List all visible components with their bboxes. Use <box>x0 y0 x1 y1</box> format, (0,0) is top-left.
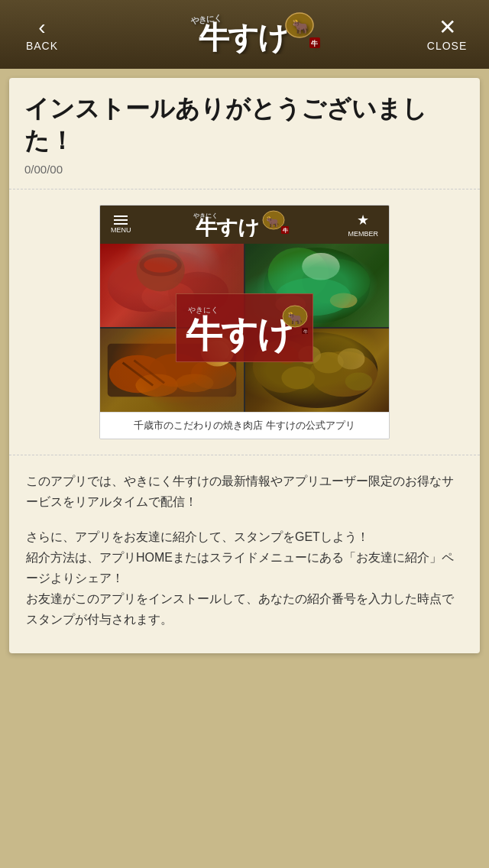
svg-point-31 <box>176 374 214 393</box>
svg-point-27 <box>109 355 167 394</box>
title-section: インストールありがとうございました！ 0/00/00 <box>9 78 480 189</box>
back-label: BACK <box>26 40 58 52</box>
overlay-logo-svg: やきにく 牛すけ 🐂 牛 <box>182 297 308 358</box>
screenshot-logo: やきにく 牛すけ 🐂 牛 <box>189 208 289 241</box>
center-logo-overlay: やきにく 牛すけ 🐂 牛 <box>176 293 313 362</box>
svg-point-25 <box>302 253 340 280</box>
svg-point-40 <box>313 352 344 374</box>
svg-point-18 <box>144 257 177 273</box>
close-label: CLOSE <box>427 40 467 52</box>
svg-point-29 <box>191 359 236 390</box>
body-paragraph-2: さらに、アプリをお友達に紹介して、スタンプをGETしよう！紹介方法は、アプリHO… <box>26 526 463 630</box>
svg-text:牛すけ: 牛すけ <box>199 21 287 54</box>
svg-text:牛: 牛 <box>303 329 307 334</box>
svg-text:🐂: 🐂 <box>292 18 309 35</box>
svg-text:🐂: 🐂 <box>266 215 280 228</box>
member-label: MEMBER <box>348 230 378 238</box>
article-title: インストールありがとうございました！ <box>24 93 465 157</box>
body-paragraph-1: このアプリでは、やきにく牛すけの最新情報やアプリユーザー限定のお得なサービスをリ… <box>26 471 463 512</box>
food-collage: やきにく 牛すけ 🐂 牛 <box>100 244 389 412</box>
screenshot-logo-svg: やきにく 牛すけ 🐂 牛 <box>189 208 289 237</box>
header-logo: やきにく 牛すけ 🐂 牛 <box>168 8 321 61</box>
back-button[interactable]: ‹ BACK <box>15 17 69 52</box>
header: ‹ BACK やきにく 牛すけ 🐂 牛 ✕ CLOSE <box>0 0 489 69</box>
body-text-section: このアプリでは、やきにく牛すけの最新情報やアプリユーザー限定のお得なサービスをリ… <box>9 455 480 637</box>
svg-text:牛: 牛 <box>283 227 289 234</box>
star-icon: ★ <box>357 212 369 228</box>
back-icon: ‹ <box>38 17 45 38</box>
article-card: インストールありがとうございました！ 0/00/00 MENU やきにく <box>9 78 480 653</box>
svg-point-17 <box>139 254 181 277</box>
svg-point-38 <box>309 351 377 397</box>
menu-label: MENU <box>111 226 131 234</box>
screenshot-caption: 千歳市のこだわりの焼き肉店 牛すけの公式アプリ <box>100 412 389 439</box>
svg-point-20 <box>268 248 329 300</box>
svg-point-43 <box>338 348 365 370</box>
screenshot-member-icon: ★ MEMBER <box>348 212 378 238</box>
svg-point-39 <box>281 367 315 390</box>
image-section: MENU やきにく 牛すけ 🐂 牛 ★ MEMBER <box>9 189 480 455</box>
screenshot-menu-icon: MENU <box>111 215 131 234</box>
svg-text:やきにく: やきにく <box>188 306 219 314</box>
close-button[interactable]: ✕ CLOSE <box>420 17 474 52</box>
close-icon: ✕ <box>439 17 456 38</box>
svg-text:🐂: 🐂 <box>287 311 303 326</box>
article-date: 0/00/00 <box>24 163 63 176</box>
logo-text: やきにく 牛すけ 🐂 牛 <box>168 8 321 61</box>
svg-point-13 <box>141 251 209 296</box>
svg-line-33 <box>134 361 164 384</box>
svg-point-12 <box>108 259 183 312</box>
app-screenshot: MENU やきにく 牛すけ 🐂 牛 ★ MEMBER <box>99 205 390 439</box>
svg-point-24 <box>330 293 358 309</box>
svg-text:牛すけ: 牛すけ <box>186 314 293 355</box>
screenshot-header: MENU やきにく 牛すけ 🐂 牛 ★ MEMBER <box>100 206 389 244</box>
svg-point-41 <box>345 373 373 391</box>
hamburger-icon <box>114 215 128 225</box>
svg-point-30 <box>135 374 177 397</box>
logo-svg: やきにく 牛すけ 🐂 牛 <box>168 8 321 54</box>
svg-text:牛すけ: 牛すけ <box>196 216 259 237</box>
svg-point-16 <box>136 249 184 291</box>
svg-line-32 <box>123 363 154 386</box>
